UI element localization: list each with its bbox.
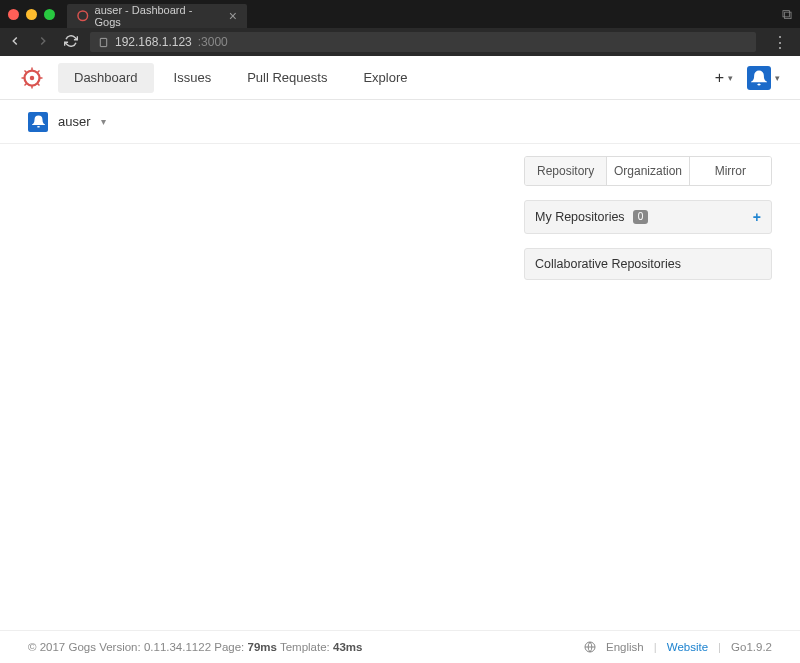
- svg-point-0: [78, 11, 88, 21]
- main-content: Repository Organization Mirror My Reposi…: [0, 144, 800, 306]
- tab-label: Mirror: [715, 164, 746, 178]
- separator: |: [718, 641, 721, 653]
- right-sidebar: Repository Organization Mirror My Reposi…: [524, 156, 772, 294]
- nav-pull-requests[interactable]: Pull Requests: [231, 63, 343, 93]
- nav-dashboard[interactable]: Dashboard: [58, 63, 154, 93]
- url-host: 192.168.1.123: [115, 35, 192, 49]
- footer-version-label: Version:: [99, 641, 144, 653]
- url-input[interactable]: 192.168.1.123:3000: [90, 32, 756, 52]
- nav-issues[interactable]: Issues: [158, 63, 228, 93]
- tab-title: auser - Dashboard - Gogs: [95, 4, 217, 28]
- gogs-logo-icon[interactable]: [20, 66, 44, 90]
- nav-label: Dashboard: [74, 70, 138, 85]
- tab-repository[interactable]: Repository: [525, 157, 606, 185]
- url-port: :3000: [198, 35, 228, 49]
- tab-mirror[interactable]: Mirror: [689, 157, 771, 185]
- app-top-nav: Dashboard Issues Pull Requests Explore +…: [0, 56, 800, 100]
- nav-label: Explore: [363, 70, 407, 85]
- window-minimize-icon[interactable]: [26, 9, 37, 20]
- browser-menu-icon[interactable]: ⋮: [768, 33, 792, 52]
- footer-template-time: 43ms: [333, 641, 362, 653]
- chevron-down-icon[interactable]: ▾: [101, 116, 106, 127]
- panel-title: Collaborative Repositories: [535, 257, 681, 271]
- tab-close-icon[interactable]: ×: [229, 8, 237, 24]
- add-repo-button[interactable]: +: [753, 209, 761, 225]
- footer-page-label: Page:: [214, 641, 247, 653]
- footer-copyright: © 2017 Gogs: [28, 641, 99, 653]
- footer-left: © 2017 Gogs Version: 0.11.34.1122 Page: …: [28, 641, 362, 653]
- window-controls: [8, 9, 55, 20]
- footer-page-time: 79ms: [248, 641, 277, 653]
- window-close-icon[interactable]: [8, 9, 19, 20]
- user-menu[interactable]: ▾: [747, 66, 780, 90]
- browser-tab-bar: auser - Dashboard - Gogs × ⧉: [0, 0, 800, 28]
- nav-label: Pull Requests: [247, 70, 327, 85]
- language-switch[interactable]: English: [606, 641, 644, 653]
- footer-template-label: Template:: [280, 641, 333, 653]
- svg-line-8: [25, 70, 27, 72]
- chevron-down-icon: ▾: [728, 73, 733, 83]
- nav-label: Issues: [174, 70, 212, 85]
- separator: |: [654, 641, 657, 653]
- svg-point-3: [30, 75, 35, 80]
- collaborative-repositories-panel: Collaborative Repositories: [524, 248, 772, 280]
- footer-version: 0.11.34.1122: [144, 641, 211, 653]
- context-avatar-icon: [28, 112, 48, 132]
- globe-icon: [584, 641, 596, 653]
- nav-explore[interactable]: Explore: [347, 63, 423, 93]
- panel-title: My Repositories: [535, 210, 625, 224]
- go-version: Go1.9.2: [731, 641, 772, 653]
- nav-reload-icon[interactable]: [64, 34, 78, 51]
- activity-feed: [28, 156, 524, 294]
- app-footer: © 2017 Gogs Version: 0.11.34.1122 Page: …: [0, 630, 800, 663]
- create-menu[interactable]: + ▾: [715, 69, 733, 87]
- chevron-down-icon: ▾: [775, 73, 780, 83]
- browser-tab[interactable]: auser - Dashboard - Gogs ×: [67, 4, 247, 28]
- nav-back-icon[interactable]: [8, 34, 22, 51]
- repo-count-badge: 0: [633, 210, 649, 224]
- website-link[interactable]: Website: [667, 641, 708, 653]
- svg-line-11: [37, 70, 39, 72]
- nav-forward-icon: [36, 34, 50, 51]
- context-switch-bar: auser ▾: [0, 100, 800, 144]
- sidebar-tabs: Repository Organization Mirror: [524, 156, 772, 186]
- page-info-icon: [98, 37, 109, 48]
- context-username[interactable]: auser: [58, 114, 91, 129]
- incognito-icon: ⧉: [782, 6, 792, 23]
- my-repositories-panel: My Repositories 0 +: [524, 200, 772, 234]
- window-maximize-icon[interactable]: [44, 9, 55, 20]
- browser-chrome: auser - Dashboard - Gogs × ⧉ 192.168.1.1…: [0, 0, 800, 56]
- tab-label: Repository: [537, 164, 594, 178]
- footer-right: English | Website | Go1.9.2: [584, 641, 772, 653]
- plus-icon: +: [715, 69, 724, 87]
- svg-rect-1: [100, 38, 106, 46]
- tab-label: Organization: [614, 164, 682, 178]
- svg-line-9: [37, 83, 39, 85]
- tab-organization[interactable]: Organization: [606, 157, 688, 185]
- svg-line-10: [25, 83, 27, 85]
- browser-address-bar: 192.168.1.123:3000 ⋮: [0, 28, 800, 56]
- user-avatar-icon: [747, 66, 771, 90]
- tab-favicon-icon: [77, 10, 89, 22]
